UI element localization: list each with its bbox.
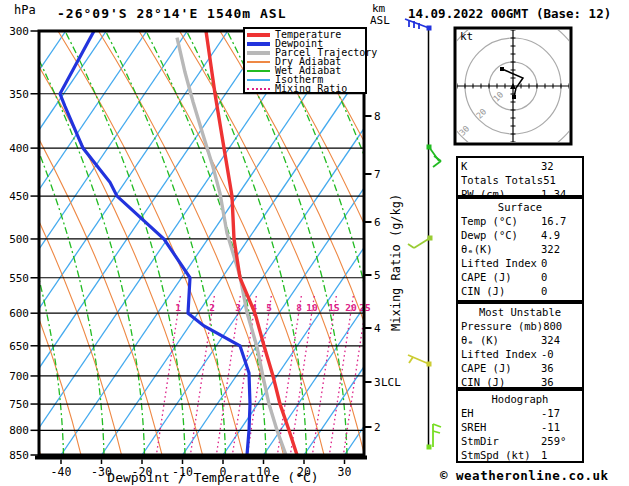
legend-item: Mixing Ratio (247, 84, 363, 93)
row-label: K (461, 159, 541, 173)
row-value: 259° (541, 434, 579, 448)
mixing-ratio-axis-title: Mixing Ratio (g/kg) (389, 194, 403, 331)
mixing-ratio-label: 20 (345, 302, 357, 313)
row-value: 0 (541, 270, 579, 284)
pressure-tick-label: 350 (9, 88, 29, 101)
lcl-label: LCL (381, 376, 401, 389)
legend-swatch-thick (247, 51, 270, 55)
indices-row: Totals Totals51 (461, 173, 579, 187)
indices-row: Temp (°C)16.7 (461, 214, 579, 228)
section-header: Hodograph (461, 392, 579, 406)
row-label: θₑ(K) (461, 242, 541, 256)
row-value: 36 (541, 361, 579, 375)
mixing-ratio-label: 15 (328, 302, 340, 313)
pressure-tick-label: 850 (9, 449, 29, 462)
row-label: StmSpd (kt) (461, 448, 541, 462)
row-value: 324 (541, 333, 579, 347)
wind-barb-staff (405, 19, 441, 450)
row-label: CAPE (J) (461, 361, 541, 375)
pressure-tick-label: 800 (9, 424, 29, 437)
legend-swatch-thin (247, 70, 270, 72)
row-value: 1 (541, 448, 579, 462)
hodograph-ring-label: 30 (457, 123, 471, 137)
pressure-tick-label: 550 (9, 272, 29, 285)
indices-row: θₑ(K)322 (461, 242, 579, 256)
watermark-credit: © weatheronline.co.uk (440, 468, 609, 483)
mixing-ratio-label: 10 (306, 302, 318, 313)
row-label: SREH (461, 420, 541, 434)
row-value: 800 (543, 319, 581, 333)
indices-row: CIN (J)36 (461, 375, 579, 389)
row-value: 4.9 (541, 228, 579, 242)
indices-row: CAPE (J)0 (461, 270, 579, 284)
indices-row: CIN (J)0 (461, 284, 579, 298)
row-label: EH (461, 406, 541, 420)
indices-row: Lifted Index-0 (461, 347, 579, 361)
run-date-title: 14.09.2022 00GMT (Base: 12) (408, 6, 611, 21)
row-value: 32 (541, 159, 579, 173)
indices-section: SurfaceTemp (°C)16.7Dewp (°C)4.9θₑ(K)322… (456, 197, 584, 302)
row-value: -0 (541, 347, 579, 361)
section-header: Surface (461, 200, 579, 214)
indices-row: Lifted Index0 (461, 256, 579, 270)
row-label: Pressure (mb) (461, 319, 543, 333)
row-value: 16.7 (541, 214, 579, 228)
altitude-asl-label: ASL (370, 14, 390, 27)
indices-row: CAPE (J)36 (461, 361, 579, 375)
row-label: Totals Totals (461, 173, 543, 187)
row-value: 36 (541, 375, 579, 389)
pressure-axis: 300350400450500550600650700750800850 (9, 25, 39, 462)
hodograph-ring-label: 20 (474, 106, 488, 120)
row-value: 0 (541, 284, 579, 298)
row-label: CIN (J) (461, 375, 541, 389)
altitude-tick-label: 6 (374, 216, 381, 229)
row-value: 51 (543, 173, 581, 187)
indices-row: Dewp (°C)4.9 (461, 228, 579, 242)
legend-swatch-thick (247, 33, 270, 37)
hodograph-ring-label: 10 (491, 89, 505, 103)
mixing-ratio-label: 5 (266, 302, 272, 313)
indices-row: θₑ (K)324 (461, 333, 579, 347)
series-parcel-trajectory (177, 38, 286, 455)
plot-border (39, 31, 364, 455)
row-label: CIN (J) (461, 284, 541, 298)
indices-row: K32 (461, 159, 579, 173)
hodograph-unit-label: kt (460, 30, 473, 43)
row-label: Lifted Index (461, 256, 541, 270)
pressure-tick-label: 700 (9, 370, 29, 383)
row-label: CAPE (J) (461, 270, 541, 284)
legend-swatch-dotted (247, 88, 270, 90)
altitude-tick-label: 7 (374, 168, 381, 181)
station-title: -26°09'S 28°14'E 1540m ASL (57, 6, 287, 21)
wet-adiabat-lines (0, 31, 509, 455)
indices-row: SREH-11 (461, 420, 579, 434)
indices-section: Most UnstablePressure (mb)800θₑ (K)324Li… (456, 302, 584, 389)
altitude-tick-label: 5 (374, 269, 381, 282)
row-label: Lifted Index (461, 347, 541, 361)
row-label: θₑ (K) (461, 333, 541, 347)
pressure-tick-label: 400 (9, 142, 29, 155)
sounding-page: 1234581015202530035040045050055060065070… (0, 0, 629, 486)
row-label: StmDir (461, 434, 541, 448)
altitude-tick-label: 2 (374, 421, 381, 434)
indices-row: StmDir259° (461, 434, 579, 448)
mixing-ratio-label: 1 (175, 302, 181, 313)
row-value: -11 (541, 420, 579, 434)
row-value: 322 (541, 242, 579, 256)
row-value: 0 (541, 256, 579, 270)
pressure-tick-label: 500 (9, 233, 29, 246)
mixing-ratio-label: 8 (296, 302, 302, 313)
legend-swatch-thin (247, 61, 270, 63)
mixing-ratio-label: 2 (209, 302, 215, 313)
indices-section: HodographEH-17SREH-11StmDir259°StmSpd (k… (456, 389, 584, 463)
pressure-tick-label: 600 (9, 307, 29, 320)
indices-section: K32Totals Totals51PW (cm)1.34 (456, 156, 584, 197)
altitude-tick-label: 8 (374, 110, 381, 123)
pressure-unit-label: hPa (14, 3, 36, 17)
indices-row: Pressure (mb)800 (461, 319, 579, 333)
pressure-tick-label: 750 (9, 398, 29, 411)
row-label: Temp (°C) (461, 214, 541, 228)
row-value: -17 (541, 406, 579, 420)
row-label: Dewp (°C) (461, 228, 541, 242)
mixing-ratio-label: 3 (235, 302, 241, 313)
